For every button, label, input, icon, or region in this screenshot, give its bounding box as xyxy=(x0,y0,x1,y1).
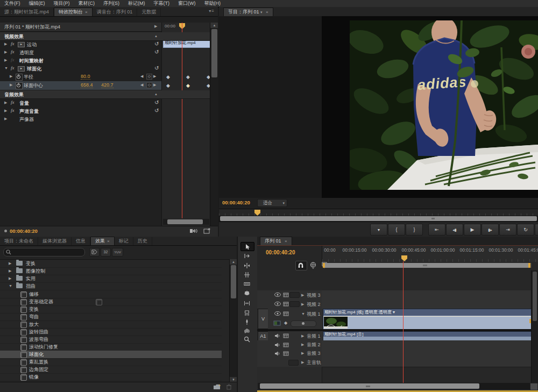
tab-info[interactable]: 信息 xyxy=(72,237,90,245)
menu-project[interactable]: 项目(P) xyxy=(49,0,74,7)
tab-effects[interactable]: 效果× xyxy=(90,237,115,245)
toggle-track-output-icon[interactable] xyxy=(274,293,281,297)
set-display-style-icon[interactable] xyxy=(283,311,289,316)
32bit-effects-button[interactable]: 32 xyxy=(101,248,111,256)
video-clip[interactable]: 顺时针加花.mp4 [视] 透明度:透明度 ▾ xyxy=(323,309,533,330)
snap-toggle[interactable] xyxy=(295,261,307,270)
ec-timeline-toggle[interactable]: ▶ xyxy=(154,24,157,28)
tree-folder-distort[interactable]: ▼扭曲 xyxy=(0,282,222,290)
track-content-video3[interactable] xyxy=(322,290,538,300)
twirl-icon[interactable]: ▶ xyxy=(4,50,7,54)
rolling-edit-tool[interactable] xyxy=(240,270,253,279)
keyframe-toggle-icon[interactable]: ◆ xyxy=(284,320,287,325)
track-select-tool[interactable] xyxy=(240,252,253,260)
tab-source-monitor[interactable]: 源：顺时针加花.mp4 xyxy=(0,8,54,16)
new-bin-icon[interactable] xyxy=(213,384,221,391)
collapse-icon[interactable]: ▲ xyxy=(154,92,158,96)
add-keyframe-icon[interactable]: ◇ xyxy=(146,74,152,80)
go-to-out-button[interactable]: ⇥ xyxy=(499,224,516,236)
program-timecode[interactable]: 00:00:40:20 xyxy=(222,199,250,205)
twirl-icon[interactable]: ▶ xyxy=(301,360,304,365)
tree-item-bend[interactable]: 弯曲 xyxy=(0,313,222,321)
timeline-zoom-handle[interactable] xyxy=(530,383,538,390)
fx-badge-icon[interactable]: fx xyxy=(11,65,15,70)
hand-tool[interactable] xyxy=(240,326,253,334)
slide-tool[interactable] xyxy=(240,309,253,317)
tree-item-warp-stabilizer[interactable]: 变形稳定器 xyxy=(0,298,222,306)
tab-history[interactable]: 历史 xyxy=(133,237,152,245)
tree-item-rolling-shutter[interactable]: 滚动快门修复 xyxy=(0,343,222,351)
play-audio-only-icon[interactable] xyxy=(189,228,197,235)
work-area-grip[interactable] xyxy=(423,265,427,266)
tree-item-spherize-selected[interactable]: 球面化 xyxy=(0,351,222,359)
ripple-edit-tool[interactable] xyxy=(240,261,253,269)
ec-row-center[interactable]: ▶ 球面中心 658.4 420.7 ◀ ◇ ▶ xyxy=(0,81,161,90)
sequence-settings-icon[interactable] xyxy=(310,262,317,270)
twirl-icon[interactable]: ▶ xyxy=(4,109,7,113)
fx-badge-icon[interactable]: fx xyxy=(11,49,15,54)
tree-folder-image-control[interactable]: ▶图像控制 xyxy=(0,267,222,275)
sync-lock-slot[interactable] xyxy=(289,301,300,307)
tree-item-corner-pin[interactable]: 边角固定 xyxy=(0,366,222,374)
tab-audio-mixer[interactable]: 调音台：序列 01 xyxy=(93,8,138,16)
track-head-master[interactable]: ▶ 主音轨 ⋈ xyxy=(257,358,322,367)
twirl-icon[interactable]: ▼ xyxy=(301,312,305,316)
timeline-playhead-line[interactable] xyxy=(403,261,404,383)
toggle-track-output-icon[interactable] xyxy=(274,311,281,316)
ec-row-panner[interactable]: ▶ 声像器 xyxy=(0,115,161,123)
menu-window[interactable]: 窗口(W) xyxy=(174,0,200,7)
track-content-video2[interactable] xyxy=(322,300,538,309)
timeline-vscrollbar[interactable] xyxy=(531,270,538,383)
tab-effect-controls[interactable]: 特效控制台× xyxy=(54,8,93,16)
close-icon[interactable]: × xyxy=(266,10,268,15)
ec-hscrollbar[interactable] xyxy=(163,219,209,225)
track-head-audio2[interactable]: ▶ 音频 2 xyxy=(257,340,322,350)
panel-menu-icon[interactable]: ▾≡ xyxy=(209,9,215,13)
add-keyframe-icon[interactable]: ◇ xyxy=(146,82,152,88)
tab-project[interactable]: 项目：未命名 xyxy=(0,237,38,245)
menu-file[interactable]: 文件(F) xyxy=(0,0,25,7)
twirl-icon[interactable]: ▶ xyxy=(4,101,7,105)
set-display-style-icon[interactable] xyxy=(283,343,289,347)
chevron-down-icon[interactable]: ▾ xyxy=(260,10,263,14)
go-to-in-button[interactable]: ⇤ xyxy=(428,224,445,236)
reset-icon[interactable]: ↺ xyxy=(154,99,159,105)
menu-title[interactable]: 字幕(T) xyxy=(150,0,174,7)
menu-sequence[interactable]: 序列(S) xyxy=(99,0,124,7)
twirl-icon[interactable]: ▶ xyxy=(4,42,7,46)
track-content-audio2[interactable] xyxy=(322,340,538,350)
rate-stretch-tool[interactable] xyxy=(240,280,253,288)
ec-row-motion[interactable]: ▶ fx ▸ 运动 ↺ xyxy=(0,40,161,48)
mark-out-button[interactable]: } xyxy=(406,224,423,236)
speaker-icon[interactable] xyxy=(274,351,280,356)
reset-icon[interactable]: ↺ xyxy=(154,49,159,55)
menu-clip[interactable]: 素材(C) xyxy=(74,0,100,7)
video1-target-badge[interactable]: V xyxy=(258,309,268,329)
fx-badge-icon[interactable]: fx xyxy=(11,41,15,46)
prev-keyframe-icon[interactable]: ◀ xyxy=(140,74,143,79)
ec-row-channel-volume[interactable]: ▶ fx 声道音量 ↺ xyxy=(0,107,161,115)
twirl-icon[interactable]: ▶ xyxy=(4,58,7,62)
tab-media-browser[interactable]: 媒体浏览器 xyxy=(38,237,72,245)
audio-clip[interactable]: 顺时针加花.mp4 [音] xyxy=(323,331,533,341)
partial-button[interactable] xyxy=(535,224,538,236)
fx-badge-icon[interactable]: fx xyxy=(11,99,15,105)
zoom-tool[interactable] xyxy=(240,335,253,343)
twirl-icon[interactable]: ▶ xyxy=(301,293,304,297)
keyframe-icon[interactable]: ◆ xyxy=(166,83,170,88)
step-back-button[interactable]: ◂▮ xyxy=(446,224,463,236)
menu-edit[interactable]: 编辑(E) xyxy=(25,0,49,7)
stopwatch-icon[interactable] xyxy=(16,74,23,81)
tab-metadata[interactable]: 元数据 xyxy=(137,8,161,16)
track-content-master[interactable] xyxy=(322,358,538,367)
ec-row-opacity[interactable]: ▶ fx 透明度 ↺ xyxy=(0,48,161,56)
work-area-end-icon[interactable] xyxy=(528,263,530,268)
reset-icon[interactable]: ↺ xyxy=(154,108,159,113)
step-forward-button[interactable]: ▮▸ xyxy=(482,224,499,236)
keyframe-icon[interactable]: ◆ xyxy=(166,75,170,80)
twirl-icon[interactable]: ▼ xyxy=(4,66,8,70)
set-display-style-icon[interactable] xyxy=(283,333,289,338)
next-keyframe-icon[interactable]: ▶ xyxy=(153,83,156,87)
keyframe-nav-slider[interactable] xyxy=(291,320,316,327)
ec-row-radius[interactable]: ▶ 半径 80.0 ◀ ◇ ▶ xyxy=(0,73,161,81)
